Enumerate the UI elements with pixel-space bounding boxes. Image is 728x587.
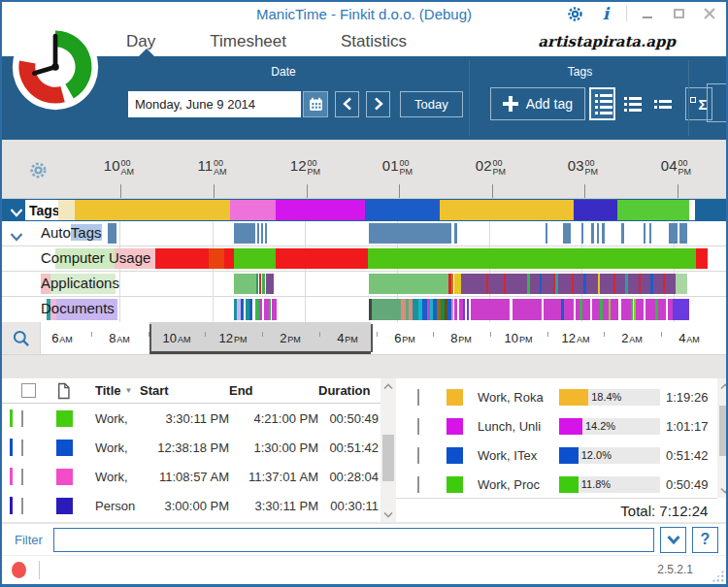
add-tag-button[interactable]: Add tag bbox=[490, 87, 585, 120]
timeline-segment[interactable] bbox=[644, 223, 645, 244]
timeline-segment[interactable] bbox=[641, 274, 650, 294]
timeline-segment[interactable] bbox=[645, 299, 655, 320]
timeline-segment[interactable] bbox=[689, 200, 695, 220]
timeline-segment[interactable] bbox=[617, 200, 690, 220]
autotags-row[interactable]: AutoTags bbox=[2, 221, 726, 246]
table-row[interactable]: Work,12:38:18 PM1:30:00 PM00:51:42 bbox=[2, 433, 381, 462]
row-checkbox[interactable] bbox=[21, 498, 23, 514]
zoom-time-label[interactable]: 12PM bbox=[219, 331, 248, 345]
next-day-button[interactable] bbox=[366, 91, 390, 117]
select-all-checkbox[interactable] bbox=[21, 383, 36, 398]
zoom-time-label[interactable]: 8AM bbox=[109, 331, 130, 345]
timeline-segment[interactable] bbox=[591, 223, 594, 244]
computer-usage-row[interactable]: Computer Usage bbox=[2, 246, 726, 272]
timeline-segment[interactable] bbox=[530, 274, 540, 294]
zoom-time-label[interactable]: 4PM bbox=[337, 331, 358, 345]
timeline-segment[interactable] bbox=[463, 299, 465, 320]
close-button[interactable] bbox=[699, 4, 720, 23]
tag-view-compact-button[interactable] bbox=[649, 87, 676, 120]
zoom-time-label[interactable]: 12AM bbox=[562, 331, 590, 345]
timeline-segment[interactable] bbox=[544, 299, 561, 320]
timeline-segment[interactable] bbox=[574, 274, 583, 294]
timeline-segment[interactable] bbox=[581, 223, 583, 244]
column-header-start[interactable]: Start bbox=[140, 383, 229, 398]
title-bar[interactable]: ManicTime - Finkit d.o.o. (Debug) i bbox=[2, 2, 726, 27]
timeline-segment[interactable] bbox=[506, 274, 527, 294]
timeline-segment[interactable] bbox=[256, 274, 258, 294]
timeline-segment[interactable] bbox=[586, 274, 598, 294]
timeline-segment[interactable] bbox=[230, 200, 277, 220]
timeline-segment[interactable] bbox=[108, 223, 116, 244]
timeline-segment[interactable] bbox=[369, 274, 448, 294]
zoom-time-label[interactable]: 8PM bbox=[450, 331, 472, 345]
zoom-selection-handle[interactable] bbox=[149, 324, 151, 352]
summary-checkbox[interactable] bbox=[417, 389, 419, 406]
timeline-segment[interactable] bbox=[592, 299, 600, 320]
timeline-segment[interactable] bbox=[369, 223, 451, 244]
timeline-segment[interactable] bbox=[261, 223, 263, 244]
recording-indicator[interactable] bbox=[12, 562, 26, 578]
timeline-segment[interactable] bbox=[653, 274, 663, 294]
info-icon[interactable]: i bbox=[595, 4, 616, 23]
timeline-segment[interactable] bbox=[365, 200, 440, 220]
date-input[interactable] bbox=[128, 91, 301, 117]
timeline-segment[interactable] bbox=[75, 200, 230, 220]
timeline-segment[interactable] bbox=[234, 274, 256, 294]
timeline-segment[interactable] bbox=[454, 223, 457, 244]
tab-timesheet[interactable]: Timesheet bbox=[210, 32, 286, 51]
timeline-segment[interactable] bbox=[262, 274, 265, 294]
previous-day-button[interactable] bbox=[335, 91, 359, 117]
timeline-segment[interactable] bbox=[513, 299, 542, 320]
summary-scrollbar[interactable] bbox=[717, 378, 728, 498]
zoom-time-label[interactable]: 10PM bbox=[505, 331, 533, 345]
timeline-segment[interactable] bbox=[234, 248, 277, 269]
timeline-segment[interactable] bbox=[696, 248, 708, 269]
timeline-ruler[interactable]: 1000AM1100AM1200PM0100PM0200PM0300PM0400… bbox=[2, 140, 726, 199]
row-checkbox[interactable] bbox=[21, 469, 23, 485]
timeline-segment[interactable] bbox=[582, 299, 590, 320]
timeline-segment[interactable] bbox=[266, 274, 275, 294]
maximize-button[interactable] bbox=[668, 4, 689, 23]
summary-checkbox[interactable] bbox=[417, 447, 419, 464]
timeline-segment[interactable] bbox=[558, 274, 572, 294]
timeline-segment[interactable] bbox=[249, 299, 252, 320]
tag-view-detailed-button[interactable] bbox=[589, 87, 615, 120]
tag-view-medium-button[interactable] bbox=[619, 87, 645, 120]
day-zoom-bar[interactable]: 6AM8AM10AM12PM2PM4PM6PM8PM10PM12AM2AM4AM bbox=[2, 322, 726, 355]
scroll-down-arrow[interactable] bbox=[381, 506, 396, 522]
timeline-segment[interactable] bbox=[597, 223, 599, 244]
timeline-settings-gear-icon[interactable] bbox=[29, 161, 48, 183]
today-button[interactable]: Today bbox=[400, 91, 463, 117]
zoom-time-label[interactable]: 6AM bbox=[51, 331, 73, 345]
tags-timeline-row[interactable]: Tags bbox=[2, 199, 726, 221]
zoom-selection-handle[interactable] bbox=[371, 324, 373, 352]
timeline-segment[interactable] bbox=[276, 200, 365, 220]
timeline-segment[interactable] bbox=[621, 299, 631, 320]
table-row[interactable]: Work,3:30:11 PM4:21:00 PM00:50:49 bbox=[2, 404, 381, 433]
timeline-segment[interactable] bbox=[611, 299, 618, 320]
row-checkbox[interactable] bbox=[21, 410, 23, 427]
zoom-time-label[interactable]: 10AM bbox=[163, 331, 191, 345]
timeline-segment[interactable] bbox=[259, 274, 261, 294]
zoom-time-label[interactable]: 2AM bbox=[621, 331, 643, 345]
column-header-end[interactable]: End bbox=[229, 383, 318, 398]
timeline-segment[interactable] bbox=[673, 299, 689, 320]
timeline-segment[interactable] bbox=[257, 223, 259, 244]
timeline-segment[interactable] bbox=[276, 248, 367, 269]
column-header-title[interactable]: Title▼ bbox=[95, 383, 140, 398]
table-row[interactable]: Person3:00:00 PM3:30:11 PM00:30:11 bbox=[2, 491, 381, 520]
timeline-segment[interactable] bbox=[467, 299, 469, 320]
summary-checkbox[interactable] bbox=[417, 418, 419, 435]
timeline-segment[interactable] bbox=[265, 223, 267, 244]
autotags-collapse-chevron[interactable] bbox=[10, 228, 23, 245]
timeline-segment[interactable] bbox=[234, 223, 255, 244]
column-header-duration[interactable]: Duration bbox=[318, 383, 379, 398]
timeline-segment[interactable] bbox=[546, 223, 547, 244]
row-checkbox[interactable] bbox=[21, 440, 23, 456]
timeline-segment[interactable] bbox=[272, 299, 278, 320]
timeline-segment[interactable] bbox=[440, 200, 574, 220]
scroll-up-arrow[interactable] bbox=[717, 378, 728, 394]
table-row[interactable]: Work,11:08:57 AM11:37:01 AM00:28:04 bbox=[2, 462, 381, 491]
timeline-segment[interactable] bbox=[224, 248, 234, 269]
timeline-segment[interactable] bbox=[563, 223, 571, 244]
